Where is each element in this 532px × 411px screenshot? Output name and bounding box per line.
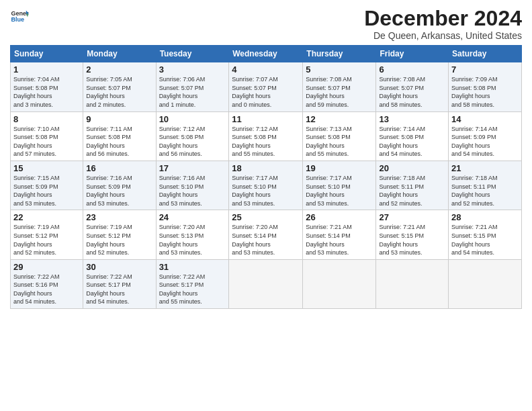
svg-text:Blue: Blue <box>11 16 24 23</box>
day-info: Sunrise: 7:14 AMSunset: 5:08 PMDaylight … <box>379 125 445 158</box>
calendar-cell <box>229 259 303 308</box>
day-info: Sunrise: 7:06 AMSunset: 5:07 PMDaylight … <box>159 75 226 109</box>
weekday-header: Wednesday <box>229 46 303 62</box>
weekday-header: Sunday <box>11 46 83 62</box>
calendar-cell: 6Sunrise: 7:08 AMSunset: 5:07 PMDaylight… <box>376 62 449 111</box>
day-number: 9 <box>86 114 152 124</box>
day-number: 13 <box>379 114 445 124</box>
calendar-cell: 28Sunrise: 7:21 AMSunset: 5:15 PMDayligh… <box>449 210 522 259</box>
day-number: 29 <box>13 262 80 272</box>
day-info: Sunrise: 7:16 AMSunset: 5:10 PMDaylight … <box>159 174 226 208</box>
calendar-week-row: 29Sunrise: 7:22 AMSunset: 5:16 PMDayligh… <box>11 259 522 308</box>
calendar-cell: 20Sunrise: 7:18 AMSunset: 5:11 PMDayligh… <box>376 161 449 210</box>
day-number: 26 <box>306 212 373 222</box>
day-info: Sunrise: 7:18 AMSunset: 5:11 PMDaylight … <box>379 174 445 208</box>
calendar-cell <box>376 259 449 308</box>
day-info: Sunrise: 7:04 AMSunset: 5:08 PMDaylight … <box>13 75 80 109</box>
day-info: Sunrise: 7:18 AMSunset: 5:11 PMDaylight … <box>451 174 519 208</box>
calendar-header: SundayMondayTuesdayWednesdayThursdayFrid… <box>11 46 522 62</box>
day-info: Sunrise: 7:21 AMSunset: 5:15 PMDaylight … <box>451 223 519 257</box>
day-number: 14 <box>451 114 519 124</box>
day-info: Sunrise: 7:07 AMSunset: 5:07 PMDaylight … <box>232 75 300 109</box>
weekday-header: Friday <box>376 46 449 62</box>
day-number: 23 <box>86 212 152 222</box>
day-number: 21 <box>451 163 519 173</box>
subtitle: De Queen, Arkansas, United States <box>364 30 522 41</box>
calendar-cell: 25Sunrise: 7:20 AMSunset: 5:14 PMDayligh… <box>229 210 303 259</box>
day-number: 19 <box>306 163 373 173</box>
calendar-cell: 14Sunrise: 7:14 AMSunset: 5:09 PMDayligh… <box>449 111 522 161</box>
calendar-cell: 22Sunrise: 7:19 AMSunset: 5:12 PMDayligh… <box>11 210 83 259</box>
logo: General Blue <box>10 7 29 26</box>
day-number: 4 <box>232 64 300 75</box>
calendar-cell: 30Sunrise: 7:22 AMSunset: 5:17 PMDayligh… <box>83 259 156 308</box>
day-number: 25 <box>232 212 300 222</box>
calendar-cell: 27Sunrise: 7:21 AMSunset: 5:15 PMDayligh… <box>376 210 449 259</box>
weekday-header: Tuesday <box>156 46 229 62</box>
calendar-cell: 3Sunrise: 7:06 AMSunset: 5:07 PMDaylight… <box>156 62 229 111</box>
calendar-cell: 16Sunrise: 7:16 AMSunset: 5:09 PMDayligh… <box>83 161 156 210</box>
day-number: 3 <box>159 64 226 75</box>
calendar-cell: 24Sunrise: 7:20 AMSunset: 5:13 PMDayligh… <box>156 210 229 259</box>
calendar-cell: 12Sunrise: 7:13 AMSunset: 5:08 PMDayligh… <box>303 111 376 161</box>
day-number: 6 <box>379 64 445 75</box>
calendar-cell: 9Sunrise: 7:11 AMSunset: 5:08 PMDaylight… <box>83 111 156 161</box>
calendar-cell: 5Sunrise: 7:08 AMSunset: 5:07 PMDaylight… <box>303 62 376 111</box>
day-number: 2 <box>86 64 152 75</box>
calendar-cell: 21Sunrise: 7:18 AMSunset: 5:11 PMDayligh… <box>449 161 522 210</box>
main-title: December 2024 <box>364 7 522 30</box>
calendar-cell: 26Sunrise: 7:21 AMSunset: 5:14 PMDayligh… <box>303 210 376 259</box>
day-info: Sunrise: 7:19 AMSunset: 5:12 PMDaylight … <box>86 223 152 257</box>
header: General Blue December 2024 De Queen, Ark… <box>10 7 522 41</box>
day-number: 15 <box>13 163 80 173</box>
calendar-cell: 10Sunrise: 7:12 AMSunset: 5:08 PMDayligh… <box>156 111 229 161</box>
weekday-header: Thursday <box>303 46 376 62</box>
day-number: 27 <box>379 212 445 222</box>
day-info: Sunrise: 7:22 AMSunset: 5:17 PMDaylight … <box>159 273 226 306</box>
day-info: Sunrise: 7:12 AMSunset: 5:08 PMDaylight … <box>232 125 300 158</box>
day-info: Sunrise: 7:19 AMSunset: 5:12 PMDaylight … <box>13 223 80 257</box>
day-number: 28 <box>451 212 519 222</box>
day-number: 24 <box>159 212 226 222</box>
day-info: Sunrise: 7:15 AMSunset: 5:09 PMDaylight … <box>13 174 80 208</box>
calendar-cell: 19Sunrise: 7:17 AMSunset: 5:10 PMDayligh… <box>303 161 376 210</box>
calendar-cell: 1Sunrise: 7:04 AMSunset: 5:08 PMDaylight… <box>11 62 83 111</box>
day-number: 12 <box>306 114 373 124</box>
calendar-cell: 18Sunrise: 7:17 AMSunset: 5:10 PMDayligh… <box>229 161 303 210</box>
day-number: 30 <box>86 262 152 272</box>
day-info: Sunrise: 7:20 AMSunset: 5:14 PMDaylight … <box>232 223 300 257</box>
calendar-cell: 15Sunrise: 7:15 AMSunset: 5:09 PMDayligh… <box>11 161 83 210</box>
day-info: Sunrise: 7:22 AMSunset: 5:17 PMDaylight … <box>86 273 152 306</box>
calendar-cell: 8Sunrise: 7:10 AMSunset: 5:08 PMDaylight… <box>11 111 83 161</box>
day-number: 17 <box>159 163 226 173</box>
calendar-cell: 2Sunrise: 7:05 AMSunset: 5:07 PMDaylight… <box>83 62 156 111</box>
day-number: 20 <box>379 163 445 173</box>
day-info: Sunrise: 7:10 AMSunset: 5:08 PMDaylight … <box>13 125 80 158</box>
day-number: 5 <box>306 64 373 75</box>
day-info: Sunrise: 7:11 AMSunset: 5:08 PMDaylight … <box>86 125 152 158</box>
day-number: 18 <box>232 163 300 173</box>
day-info: Sunrise: 7:12 AMSunset: 5:08 PMDaylight … <box>159 125 226 158</box>
day-number: 10 <box>159 114 226 124</box>
calendar-week-row: 1Sunrise: 7:04 AMSunset: 5:08 PMDaylight… <box>11 62 522 111</box>
day-info: Sunrise: 7:14 AMSunset: 5:09 PMDaylight … <box>451 125 519 158</box>
day-number: 1 <box>13 64 80 75</box>
day-info: Sunrise: 7:05 AMSunset: 5:07 PMDaylight … <box>86 75 152 109</box>
day-info: Sunrise: 7:13 AMSunset: 5:08 PMDaylight … <box>306 125 373 158</box>
day-number: 11 <box>232 114 300 124</box>
weekday-header: Saturday <box>449 46 522 62</box>
weekday-header: Monday <box>83 46 156 62</box>
calendar-week-row: 8Sunrise: 7:10 AMSunset: 5:08 PMDaylight… <box>11 111 522 161</box>
day-number: 22 <box>13 212 80 222</box>
day-number: 31 <box>159 262 226 272</box>
day-info: Sunrise: 7:16 AMSunset: 5:09 PMDaylight … <box>86 174 152 208</box>
day-number: 7 <box>451 64 519 75</box>
calendar-cell: 11Sunrise: 7:12 AMSunset: 5:08 PMDayligh… <box>229 111 303 161</box>
calendar-cell: 23Sunrise: 7:19 AMSunset: 5:12 PMDayligh… <box>83 210 156 259</box>
day-info: Sunrise: 7:09 AMSunset: 5:08 PMDaylight … <box>451 75 519 109</box>
day-number: 8 <box>13 114 80 124</box>
calendar-cell: 4Sunrise: 7:07 AMSunset: 5:07 PMDaylight… <box>229 62 303 111</box>
day-info: Sunrise: 7:21 AMSunset: 5:15 PMDaylight … <box>379 223 445 257</box>
calendar-cell: 31Sunrise: 7:22 AMSunset: 5:17 PMDayligh… <box>156 259 229 308</box>
calendar-cell: 13Sunrise: 7:14 AMSunset: 5:08 PMDayligh… <box>376 111 449 161</box>
